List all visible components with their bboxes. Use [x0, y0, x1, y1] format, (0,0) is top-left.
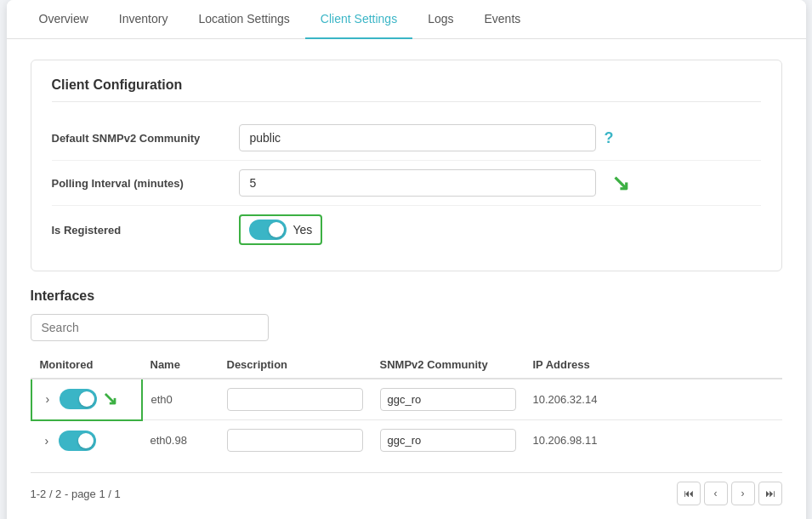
pagination-row: 1-2 / 2 - page 1 / 1 ⏮ ‹ › ⏭	[31, 472, 782, 505]
col-ip-address: IP Address	[525, 351, 782, 379]
is-registered-label: Is Registered	[52, 224, 239, 237]
pagination-first-button[interactable]: ⏮	[677, 482, 701, 505]
tab-logs[interactable]: Logs	[412, 0, 468, 39]
interfaces-table-header: Monitored Name Description SNMPv2 Commun…	[31, 351, 782, 379]
table-row: › ↘ eth0	[31, 379, 782, 420]
row2-monitored-cell: ›	[31, 420, 142, 461]
row2-ip: 10.206.98.11	[525, 420, 782, 461]
main-window: Overview Inventory Location Settings Cli…	[7, 0, 806, 519]
row2-description-cell	[219, 420, 372, 461]
col-monitored: Monitored	[31, 351, 142, 379]
row1-monitored-slider	[60, 389, 97, 409]
row2-expand-button[interactable]: ›	[40, 432, 54, 449]
col-snmp-community: SNMPv2 Community	[372, 351, 525, 379]
polling-interval-controls: ↘	[239, 169, 761, 197]
snmp-community-controls: ?	[239, 124, 761, 151]
pagination-next-button[interactable]: ›	[731, 482, 755, 505]
pagination-last-button[interactable]: ⏭	[758, 482, 782, 505]
row1-snmp-cell	[372, 379, 525, 420]
polling-interval-label: Polling Interval (minutes)	[52, 177, 239, 190]
snmp-community-label: Default SNMPv2 Community	[52, 132, 239, 145]
col-description: Description	[219, 351, 372, 379]
snmp-community-input[interactable]	[239, 124, 596, 151]
is-registered-controls: Yes	[239, 214, 761, 245]
is-registered-slider	[249, 220, 287, 240]
row1-monitored-toggle[interactable]	[60, 389, 97, 409]
tab-events[interactable]: Events	[469, 0, 537, 39]
tab-overview[interactable]: Overview	[24, 0, 104, 39]
row1-description-input[interactable]	[227, 388, 363, 411]
interfaces-table-body: › ↘ eth0	[31, 379, 782, 460]
row1-arrow-indicator: ↘	[102, 388, 117, 410]
snmp-community-row: Default SNMPv2 Community ?	[52, 116, 761, 161]
row1-ip: 10.206.32.14	[525, 379, 782, 420]
row2-snmp-cell	[372, 420, 525, 461]
row2-description-input[interactable]	[227, 429, 363, 452]
row2-monitored-toggle[interactable]	[59, 431, 96, 451]
row2-monitored-slider	[59, 431, 96, 451]
row1-monitored-cell: › ↘	[31, 379, 142, 420]
client-config-title: Client Configuration	[52, 77, 761, 102]
interfaces-title: Interfaces	[31, 288, 782, 304]
interfaces-search-input[interactable]	[31, 314, 269, 341]
row2-name: eth0.98	[142, 420, 219, 461]
pagination-info: 1-2 / 2 - page 1 / 1	[31, 488, 121, 500]
main-content: Client Configuration Default SNMPv2 Comm…	[7, 39, 806, 519]
row1-name: eth0	[142, 379, 219, 420]
tab-inventory[interactable]: Inventory	[104, 0, 184, 39]
snmp-help-icon[interactable]: ?	[605, 129, 614, 147]
row1-description-cell	[219, 379, 372, 420]
polling-arrow-indicator: ↘	[611, 170, 630, 197]
polling-interval-row: Polling Interval (minutes) ↘	[52, 161, 761, 206]
interfaces-section: Interfaces Monitored Name Description SN…	[31, 288, 782, 519]
row1-expand-button[interactable]: ›	[41, 391, 55, 408]
is-registered-row: Is Registered Yes	[52, 206, 761, 254]
client-config-card: Client Configuration Default SNMPv2 Comm…	[31, 60, 782, 271]
tab-client-settings[interactable]: Client Settings	[305, 0, 412, 39]
polling-interval-input[interactable]	[239, 169, 596, 197]
is-registered-toggle[interactable]	[249, 220, 287, 240]
tab-location-settings[interactable]: Location Settings	[183, 0, 304, 39]
col-name: Name	[142, 351, 219, 379]
row1-snmp-input[interactable]	[380, 388, 516, 411]
nav-tabs: Overview Inventory Location Settings Cli…	[7, 0, 806, 39]
pagination-prev-button[interactable]: ‹	[704, 482, 728, 505]
is-registered-text: Yes	[293, 223, 313, 237]
table-row: › eth0.98	[31, 420, 782, 461]
row2-snmp-input[interactable]	[380, 429, 516, 452]
is-registered-toggle-wrapper: Yes	[239, 214, 323, 245]
interfaces-table: Monitored Name Description SNMPv2 Commun…	[31, 351, 782, 460]
pagination-buttons: ⏮ ‹ › ⏭	[677, 482, 782, 505]
